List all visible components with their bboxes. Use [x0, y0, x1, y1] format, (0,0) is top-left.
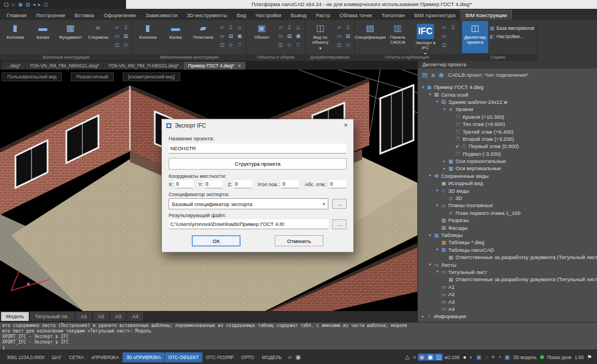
visual-mode-label[interactable]: 3D модель: [511, 355, 538, 360]
tree-expand-icon[interactable]: ▾: [434, 270, 440, 274]
tree-item[interactable]: ▸▦Оси горизонтальные: [418, 157, 597, 165]
tool-icon[interactable]: ▱: [335, 23, 343, 31]
layout-tab-Модель[interactable]: Модель: [1, 312, 29, 321]
status-toggle-СЕТКА[interactable]: СЕТКА: [65, 352, 88, 362]
tool-icon[interactable]: ◇: [285, 41, 294, 49]
tree-item[interactable]: □Тех.этаж (+9.600): [418, 120, 597, 128]
tree-item[interactable]: ▾▤Здание шаблон 24x12 м: [418, 98, 597, 105]
tree-item[interactable]: ▭A3: [418, 298, 597, 305]
model-space-label[interactable]: МОДЕЛЬ: [258, 355, 286, 360]
ribbon-button-project-manager[interactable]: ◫Диспетчер проекта: [462, 21, 488, 53]
tool-icon[interactable]: ▯: [227, 23, 235, 31]
command-prompt[interactable]: |: [2, 345, 595, 350]
document-tab[interactable]: Пример ГОСТ 4.dwg*×: [184, 62, 245, 70]
coord-input[interactable]: [205, 180, 222, 188]
tool-icon[interactable]: ▭: [440, 32, 448, 40]
document-tab[interactable]: ГОК-VN_КМ_ПМ_П-NBS21.dwg*: [104, 62, 183, 70]
tool-icon[interactable]: ▯: [285, 23, 294, 31]
ribbon-button-specifications[interactable]: ▤Спецификации: [357, 21, 383, 53]
tree-expand-icon[interactable]: ▾: [434, 203, 440, 208]
tree-item[interactable]: ▭A4: [418, 305, 597, 313]
coord-input[interactable]: [175, 180, 193, 188]
status-toggle-оПРИВЯЗКА[interactable]: оПРИВЯЗКА: [87, 352, 122, 362]
ribbon-button-object[interactable]: ▣Объект: [249, 21, 275, 53]
tool-icon[interactable]: ◫: [335, 41, 343, 49]
layout-tab-A1[interactable]: A1: [76, 312, 92, 321]
annotation-scale[interactable]: м1:100: [443, 355, 461, 360]
tree-item[interactable]: ▾≡Уровни: [418, 105, 597, 113]
ribbon-tab-Вывод[interactable]: Вывод: [286, 10, 311, 20]
ribbon-button-materials-base[interactable]: ▦База материалов: [490, 25, 535, 31]
document-tab[interactable]: ГОК-VN_КМ_ПМ_NBMS21.dwg*: [25, 62, 103, 70]
ribbon-tab-Облака точек[interactable]: Облака точек: [335, 10, 376, 20]
status-toggle-ОРТО[interactable]: ОРТО: [237, 352, 257, 362]
tool-icon[interactable]: ▭: [335, 32, 343, 40]
tool-icon[interactable]: ▭: [113, 32, 121, 40]
file-browse-button[interactable]: ...: [332, 219, 347, 229]
tool-icon[interactable]: △: [294, 23, 302, 31]
tool-icon[interactable]: ▯: [449, 23, 457, 31]
tool-icon[interactable]: ▣: [235, 32, 244, 40]
tree-item[interactable]: ▸iИнформация: [418, 313, 597, 320]
ribbon-button-foundation[interactable]: ▦Фундамент: [57, 21, 83, 53]
layout-tab-A3[interactable]: A3: [110, 312, 126, 321]
result-file-input[interactable]: [169, 219, 328, 229]
viewport-control[interactable]: [изометрический вид]: [123, 72, 181, 81]
tree-item[interactable]: ◇3D: [418, 194, 597, 202]
tree-item[interactable]: ▱План первого этажа 1_100: [418, 209, 597, 217]
ribbon-tab-Главная[interactable]: Главная: [2, 10, 31, 20]
tree-expand-icon[interactable]: ▾: [434, 99, 440, 104]
ok-button[interactable]: ОК: [192, 235, 240, 246]
ribbon-tab-Зависимости[interactable]: Зависимости: [141, 10, 182, 20]
tool-icon[interactable]: ◇: [227, 41, 235, 49]
command-line[interactable]: ите содержимое листа (Построения) и удал…: [0, 322, 597, 350]
ribbon-tab-3D-инструменты[interactable]: 3D-инструменты: [182, 10, 232, 20]
tool-icon[interactable]: ▱: [276, 23, 285, 31]
layout-tab-Титульный ли..[interactable]: Титульный ли..: [30, 312, 75, 321]
viewport-control[interactable]: Реалистичный: [71, 72, 113, 81]
specifier-browse-button[interactable]: ...: [332, 199, 347, 209]
tree-item[interactable]: ▾◉Сохраненные виды: [418, 172, 597, 180]
tool-icon[interactable]: ◫: [276, 41, 285, 49]
ribbon-button-cadlib-panel[interactable]: ▥Панель CADLib: [385, 21, 411, 53]
dialog-close-icon[interactable]: ×: [343, 122, 349, 129]
tree-expand-icon[interactable]: ▸: [442, 159, 447, 163]
tree-expand-icon[interactable]: ▸: [420, 314, 426, 319]
tree-expand-icon[interactable]: ▾: [427, 173, 433, 178]
tool-icon[interactable]: ▯: [344, 23, 352, 31]
tool-icon[interactable]: ▭: [218, 32, 226, 40]
tool-icon[interactable]: △: [235, 23, 244, 31]
ribbon-button-steel-column[interactable]: ▮Колонна: [135, 21, 161, 53]
tool-icon[interactable]: ▱: [218, 23, 226, 31]
tree-expand-icon[interactable]: ▾: [442, 107, 447, 112]
tree-item[interactable]: ✓□Первый этаж (0.000): [418, 143, 597, 150]
ribbon-tab-Вставка[interactable]: Вставка: [70, 10, 98, 20]
tool-icon[interactable]: □: [294, 41, 302, 49]
tool-icon[interactable]: ◇: [344, 41, 352, 49]
ribbon-button-rebar[interactable]: ≈Стержень: [85, 21, 111, 53]
document-tab[interactable]: …dwg*: [1, 62, 25, 70]
ribbon-tab-Построение[interactable]: Построение: [32, 10, 70, 20]
project-structure-button[interactable]: Структура проекта: [169, 158, 347, 170]
viewport-control[interactable]: Пользовательский вид: [2, 72, 62, 81]
tree-expand-icon[interactable]: ▾: [427, 262, 433, 267]
tool-icon[interactable]: ▤: [285, 32, 294, 40]
tree-item[interactable]: ▣Исходный вид: [418, 180, 597, 187]
ribbon-tab-BIM Конструкции[interactable]: BIM Конструкции: [460, 10, 512, 20]
cancel-button[interactable]: Отменить: [275, 235, 323, 246]
tree-item[interactable]: □Второй этаж (+3.200): [418, 135, 597, 143]
status-toggle-ОТС-ОБЪЕКТ[interactable]: ОТС-ОБЪЕКТ: [164, 352, 202, 362]
ribbon-tab-BIM Архитектура[interactable]: BIM Архитектура: [410, 10, 460, 20]
status-toggle-ШАГ[interactable]: ШАГ: [48, 352, 65, 362]
ribbon-tab-Вид[interactable]: Вид: [232, 10, 250, 20]
tree-expand-icon[interactable]: ▸: [442, 166, 447, 171]
ribbon-tab-Растр[interactable]: Растр: [312, 10, 335, 20]
tool-icon[interactable]: ◫: [113, 41, 121, 49]
coord-input[interactable]: [329, 180, 347, 188]
tool-icon[interactable]: ▤: [122, 32, 130, 40]
coord-input[interactable]: [281, 180, 299, 188]
tree-item[interactable]: ▾▦Таблицы nanoCAD: [418, 246, 597, 254]
ribbon-button-plate[interactable]: ▰Пластина: [190, 21, 216, 53]
tree-item[interactable]: ▾▱Планы поэтажные: [418, 202, 597, 209]
tree-item[interactable]: ▾◇3D виды: [418, 187, 597, 194]
